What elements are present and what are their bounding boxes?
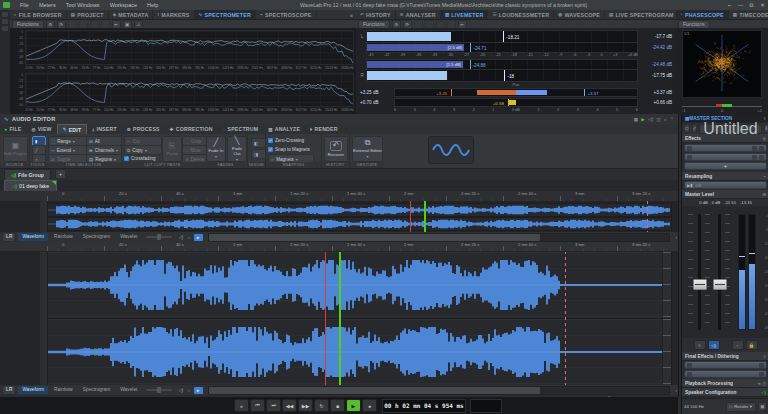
menu-help[interactable]: Help <box>142 0 163 10</box>
fader-track-left[interactable] <box>698 214 701 330</box>
menu-icon[interactable]: ≡ <box>763 116 766 121</box>
crossfading-checkbox[interactable]: ✓Crossfading <box>124 154 156 162</box>
paste-button[interactable]: ⎘Paste <box>162 136 182 162</box>
monitor-speaker-icon[interactable]: ◁) <box>177 235 184 240</box>
resampling-slot[interactable]: ▶▮ Off <box>684 181 767 189</box>
fader-cap-left[interactable] <box>693 279 707 290</box>
zero-crossing-checkbox[interactable]: ✓Zero-Crossing <box>268 136 304 144</box>
ribbon-tab-analyze[interactable]: ▥ANALYZE <box>263 124 305 134</box>
external-editor-button[interactable]: ⧉External Editor▾ <box>352 136 383 162</box>
scroll-right-icon[interactable]: › <box>675 235 679 240</box>
collapse-ribbon-icon[interactable]: ⌃ <box>670 117 674 122</box>
menu-meters[interactable]: Meters <box>34 0 61 10</box>
tab-wavescope[interactable]: ◉WAVESCOPE <box>554 10 605 19</box>
bypass-slot-icon[interactable] <box>759 146 764 151</box>
view-tab-spectrogram[interactable]: Spectrogram <box>79 386 114 394</box>
final-effect-slot-2[interactable] <box>684 370 767 378</box>
tab-project[interactable]: ▤PROJECT <box>67 10 109 19</box>
ribbon-tab-spectrum[interactable]: ◌SPECTRUM <box>218 124 264 134</box>
main-ruler[interactable]: 020 s40 s1 mn1 mn 20 s1 mn 40 s2 mn2 mn … <box>0 242 678 252</box>
ribbon-tab-insert[interactable]: ⤓INSERT <box>87 124 121 134</box>
main-wave-area[interactable] <box>0 251 678 385</box>
tab-file-browser[interactable]: ⌕FILE BROWSER <box>10 10 67 19</box>
scroll-right-icon[interactable]: › <box>675 388 679 393</box>
final-effect-slot-1[interactable] <box>684 361 767 369</box>
overview-wave-right[interactable] <box>47 217 672 231</box>
go-to-start-button[interactable]: ⏮ <box>250 399 265 412</box>
bypass-slot-icon[interactable] <box>759 363 764 368</box>
overview-scrollbar[interactable] <box>208 233 670 242</box>
effect-slot-2[interactable] <box>684 153 767 161</box>
view-tab-rainbow[interactable]: Rainbow <box>50 233 77 241</box>
tab-history[interactable]: ↶HISTORY <box>356 10 396 19</box>
close-icon[interactable]: ✕ <box>757 2 768 8</box>
fader-cap-right[interactable] <box>713 279 727 290</box>
dim-button[interactable]: ▫ <box>732 340 744 350</box>
menu-icon[interactable]: ≡ <box>763 354 766 359</box>
zoom-icon[interactable]: ⌕ <box>664 117 667 122</box>
effects-header[interactable]: Effects◎ <box>682 134 768 143</box>
time-display[interactable]: 00 h 02 mn 04 s 954 ms <box>382 399 466 413</box>
view-tab-rainbow[interactable]: Rainbow <box>50 386 77 394</box>
resampling-toggle-icon[interactable]: ▶▮ <box>687 183 693 188</box>
tab-phasescope[interactable]: ◔PHASESCOPE <box>676 10 729 19</box>
ribbon-tab-view[interactable]: ◎VIEW <box>27 124 57 134</box>
stop-button[interactable]: ■ <box>330 399 345 412</box>
tab-live-spectrogram[interactable]: ▤LIVE SPECTROGRAM <box>605 10 679 19</box>
spectrum-plot-right[interactable] <box>25 73 354 107</box>
spectrum-plot-left[interactable] <box>25 30 354 65</box>
restore-icon[interactable]: ⧉ <box>746 2 757 9</box>
magnet-icon[interactable]: ∩ <box>186 235 191 240</box>
monitor-speaker-icon[interactable]: ◁) <box>177 388 184 393</box>
snap-to-magnets-checkbox[interactable]: ✓Snap to Magnets <box>268 145 310 153</box>
dock-strip-icon[interactable] <box>2 12 8 17</box>
marker-add-icon[interactable]: ▸ <box>194 234 203 241</box>
overview-area[interactable] <box>0 201 678 232</box>
render-options-icon[interactable]: ▣ <box>758 402 767 411</box>
preset-select[interactable]: Untitled <box>699 124 761 134</box>
collapse-transport-icon[interactable]: « <box>234 399 249 412</box>
record-button[interactable]: ● <box>362 399 377 412</box>
zoom-slider[interactable] <box>146 389 172 391</box>
forward-button[interactable]: ▶▶ <box>298 399 313 412</box>
marker-add-icon[interactable]: ▸ <box>194 387 203 394</box>
playback-processing-header[interactable]: Playback Processing⇥⎙ <box>682 379 768 388</box>
solo-icon[interactable] <box>752 155 757 160</box>
view-tab-wavelet[interactable]: Wavelet <box>116 386 141 394</box>
final-effects-header[interactable]: Final Effects / Dithering≡ <box>682 352 768 361</box>
go-to-end-button[interactable]: ⏭ <box>266 399 281 412</box>
expand-icon[interactable]: ⊞ <box>762 192 766 197</box>
file-tab-01-deep-fake[interactable]: ◁) 01 deep fake <box>4 180 57 191</box>
master-level-header[interactable]: Master Level⊞ <box>682 190 768 199</box>
view-tab-wavelet[interactable]: Wavelet <box>116 233 141 241</box>
playback-icon[interactable]: ▶ <box>641 117 645 122</box>
minimize-icon[interactable]: — <box>735 2 746 8</box>
layout-icon[interactable]: ◫ <box>657 117 662 122</box>
wave-lane-right[interactable] <box>47 318 672 386</box>
recover-button[interactable]: ↶Recover <box>324 136 348 162</box>
channel-lr-button[interactable]: LR <box>2 385 16 395</box>
ribbon-tab-render[interactable]: ⏵RENDER <box>305 124 343 134</box>
tab-spectrometer[interactable]: ∿SPECTROMETER <box>195 10 257 19</box>
tab-metadata[interactable]: ◆METADATA <box>109 10 154 19</box>
wave-lane-left[interactable] <box>47 251 672 319</box>
route-icon[interactable]: ⇥ <box>757 381 761 386</box>
overview-wave-left[interactable] <box>47 203 672 217</box>
menu-workspace[interactable]: Workspace <box>105 0 142 10</box>
mono-button[interactable]: ≡ <box>694 340 706 350</box>
scrollbar-thumb[interactable] <box>209 387 540 394</box>
solo-icon[interactable] <box>752 146 757 151</box>
edit-pen-icon[interactable]: ✐ <box>692 124 698 133</box>
view-tab-waveform[interactable]: Waveform <box>18 386 48 394</box>
bypass-slot-icon[interactable] <box>759 372 764 377</box>
dock-strip-icon[interactable] <box>2 19 8 24</box>
fade-out-button[interactable]: ╲Fade Out▾ <box>227 136 247 162</box>
play-button[interactable]: ▶ <box>346 399 361 412</box>
channel-lr-button[interactable]: LR <box>2 232 16 242</box>
dock-strip-icon[interactable] <box>2 26 8 31</box>
nudge-right-button[interactable]: ◨ <box>251 149 266 159</box>
rewind-button[interactable]: ◀◀ <box>282 399 297 412</box>
add-effect-button[interactable]: + <box>684 162 767 170</box>
edit-project-button[interactable]: ▣ Edit Project <box>3 136 28 162</box>
loop-button[interactable]: ↻ <box>314 399 329 412</box>
